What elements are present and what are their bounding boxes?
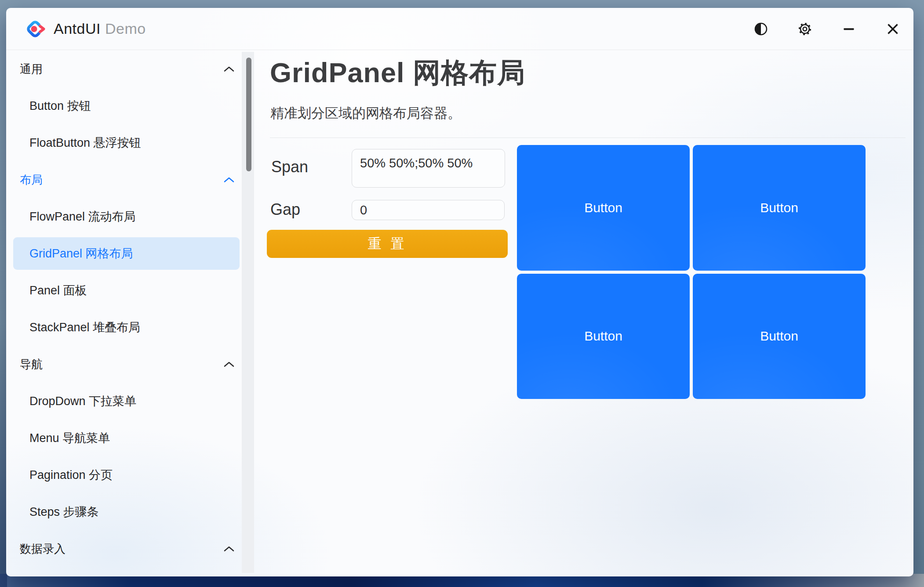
item-label: Menu 导航菜单 [29,430,110,446]
section-label: 数据录入 [20,541,65,557]
item-label: FlowPanel 流动布局 [29,209,136,225]
chevron-up-icon [223,176,235,183]
gap-field-label: Gap [270,200,300,219]
antdui-logo-icon [24,18,47,40]
app-title-suffix: Demo [105,20,146,37]
gridpanel-demo: Button Button Button Button [517,145,866,399]
item-label: Pagination 分页 [29,467,113,483]
section-label: 布局 [20,172,43,188]
item-label: Steps 步骤条 [29,504,99,520]
sidebar-section-general[interactable]: 通用 [6,51,254,87]
span-field-label: Span [271,158,308,176]
app-window: AntdUIDemo [6,8,913,576]
sidebar-item-flowpanel[interactable]: FlowPanel 流动布局 [6,198,254,235]
span-input[interactable]: 50% 50%;50% 50% [352,149,505,188]
section-label: 导航 [20,357,43,372]
section-label: 通用 [20,62,43,77]
sidebar-item-menu[interactable]: Menu 导航菜单 [6,420,254,457]
settings-gear-icon[interactable] [796,20,814,38]
sidebar-item-dropdown[interactable]: DropDown 下拉菜单 [6,383,254,420]
sidebar-item-steps[interactable]: Steps 步骤条 [6,493,254,530]
sidebar-section-layout[interactable]: 布局 [6,161,254,198]
reset-button[interactable]: 重 置 [267,230,508,258]
titlebar: AntdUIDemo [6,8,913,50]
sidebar-item-floatbutton[interactable]: FloatButton 悬浮按钮 [6,124,254,161]
sidebar-section-navigation[interactable]: 导航 [6,346,254,383]
item-label: Button 按钮 [29,98,91,114]
sidebar-item-gridpanel[interactable]: GridPanel 网格布局 [6,235,254,272]
sidebar-item-stackpanel[interactable]: StackPanel 堆叠布局 [6,309,254,346]
sidebar-section-data-entry[interactable]: 数据录入 [6,530,254,567]
chevron-up-icon [223,545,235,552]
item-label: Panel 面板 [29,283,87,298]
sidebar-scrollbar-track[interactable] [242,52,254,573]
close-button[interactable] [884,20,902,38]
chevron-up-icon [223,361,235,368]
gap-input[interactable] [352,200,505,220]
grid-button-4[interactable]: Button [693,274,866,399]
grid-button-1[interactable]: Button [517,145,690,271]
titlebar-actions [752,20,902,38]
sidebar-item-panel[interactable]: Panel 面板 [6,272,254,309]
main-content: GridPanel 网格布局 精准划分区域的网格布局容器。 Span 50% 5… [264,51,913,576]
sidebar-scrollbar-thumb[interactable] [246,58,251,171]
chevron-up-icon [223,65,235,72]
grid-button-3[interactable]: Button [517,274,690,399]
app-title: AntdUIDemo [54,20,146,37]
sidebar-nav: 通用 Button 按钮 FloatButton 悬浮按钮 布局 FlowPan… [6,51,254,576]
item-label: FloatButton 悬浮按钮 [29,135,141,151]
theme-toggle-icon[interactable] [752,20,770,38]
sidebar-item-pagination[interactable]: Pagination 分页 [6,457,254,493]
minimize-button[interactable] [840,20,858,38]
item-label: GridPanel 网格布局 [29,246,133,261]
sidebar-item-button[interactable]: Button 按钮 [6,87,254,124]
grid-button-2[interactable]: Button [693,145,866,271]
item-label: DropDown 下拉菜单 [29,393,136,409]
desktop-wallpaper: AntdUIDemo [0,0,924,587]
item-label: StackPanel 堆叠布局 [29,319,140,335]
page-subtitle: 精准划分区域的网格布局容器。 [270,104,461,123]
page-title: GridPanel 网格布局 [270,54,525,92]
title-divider [270,138,906,138]
